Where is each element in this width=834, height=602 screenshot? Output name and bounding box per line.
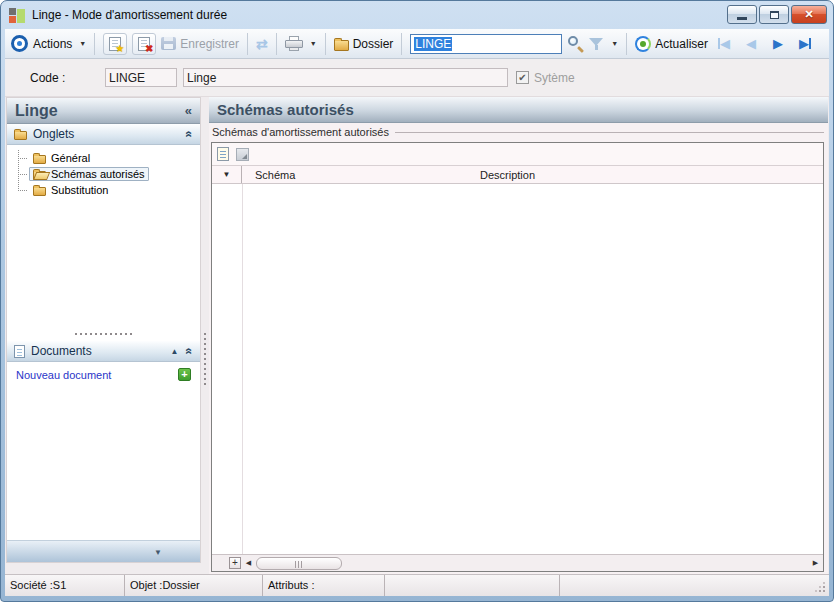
nav-first-icon: ◀ xyxy=(720,36,730,51)
row-marker-icon: ▼ xyxy=(223,170,231,179)
tree-item-substitution[interactable]: Substitution xyxy=(16,182,200,198)
section-onglets-header[interactable]: Onglets « xyxy=(7,124,200,145)
toolbar-separator xyxy=(325,33,326,55)
actions-label: Actions xyxy=(33,37,72,51)
schemas-table: ▼ Schéma Description + ◀ ▶ xyxy=(211,142,824,572)
new-item-button[interactable]: ★ xyxy=(103,33,127,55)
chevron-down-icon: ▼ xyxy=(79,40,86,47)
nav-first-button[interactable]: ◀ xyxy=(713,34,735,54)
status-empty-segment xyxy=(560,575,829,596)
screenshot-stage: Linge - Mode d'amortissement durée ✕ Act… xyxy=(0,0,834,602)
actualiser-icon xyxy=(635,36,651,52)
code-form-row: Code : LINGE Linge ✔ Sytème xyxy=(5,59,829,97)
delete-page-x-icon: ✖ xyxy=(138,37,150,51)
client-area: Actions ▼ ★ ✖ Enregistrer ⇄ xyxy=(5,29,829,596)
resize-grip[interactable] xyxy=(823,590,825,592)
sidebar-title: Linge xyxy=(15,102,58,120)
nav-next-button[interactable]: ▶ xyxy=(767,34,789,54)
systeme-label: Sytème xyxy=(534,71,575,85)
nav-last-icon: ▶ xyxy=(799,36,809,51)
table-body[interactable] xyxy=(212,184,823,554)
sidebar-splitter-handle[interactable] xyxy=(75,332,133,335)
nav-next-icon: ▶ xyxy=(773,36,783,51)
actions-menu-button[interactable]: Actions ▼ xyxy=(33,37,86,51)
delete-item-button[interactable]: ✖ xyxy=(132,33,156,55)
closed-folder-icon xyxy=(33,187,46,196)
new-document-row: Nouveau document + xyxy=(7,362,200,381)
systeme-checkbox[interactable]: ✔ xyxy=(516,71,529,84)
onglets-tree: Général Schémas autorisés xyxy=(7,150,200,198)
nav-previous-icon: ◀ xyxy=(746,36,756,51)
document-icon xyxy=(14,345,25,358)
scrollbar-thumb[interactable] xyxy=(256,557,342,570)
restore-icon xyxy=(770,11,779,19)
vertical-splitter[interactable] xyxy=(201,97,209,574)
search-input[interactable]: LINGE xyxy=(410,34,562,54)
filter-icon[interactable] xyxy=(589,38,603,50)
documents-collapse-arrow-icon[interactable]: ▲ xyxy=(170,347,178,356)
minimize-button[interactable] xyxy=(727,5,757,24)
main-panel: Schémas autorisés Schémas d'amortissemen… xyxy=(209,97,828,574)
table-header-row: ▼ Schéma Description xyxy=(212,165,823,184)
sidebar-title-bar: Linge « xyxy=(7,98,200,124)
table-toolbar xyxy=(212,143,823,165)
main-title: Schémas autorisés xyxy=(217,101,354,118)
new-document-link[interactable]: Nouveau document xyxy=(16,369,111,381)
scroll-right-icon[interactable]: ▶ xyxy=(808,559,823,567)
sidebar-collapse-icon[interactable]: « xyxy=(185,103,192,118)
closed-folder-icon xyxy=(33,155,46,164)
scroll-left-icon[interactable]: ◀ xyxy=(241,559,256,567)
horizontal-scrollbar: + ◀ ▶ xyxy=(212,554,823,571)
close-button[interactable]: ✕ xyxy=(791,5,827,24)
toolbar-separator xyxy=(401,33,402,55)
add-document-button[interactable]: + xyxy=(178,368,191,381)
print-dropdown-icon[interactable]: ▼ xyxy=(310,40,317,47)
nav-last-button[interactable]: ▶ xyxy=(794,34,816,54)
refresh-data-button[interactable]: Actualiser xyxy=(635,36,708,52)
toolbar-separator xyxy=(247,33,248,55)
dossier-button[interactable]: Dossier xyxy=(334,37,394,51)
search-icon[interactable] xyxy=(567,35,584,52)
content-area: Linge « Onglets « Général xyxy=(5,97,829,574)
restore-button[interactable] xyxy=(759,5,789,24)
toolbar-separator xyxy=(94,33,95,55)
onglets-folder-icon xyxy=(14,131,27,140)
tree-item-schemas-autorises[interactable]: Schémas autorisés xyxy=(16,166,200,182)
section-documents-header[interactable]: Documents ▲ « xyxy=(7,341,200,362)
column-header-schema[interactable]: Schéma xyxy=(242,169,468,181)
toolbar: Actions ▼ ★ ✖ Enregistrer ⇄ xyxy=(5,29,829,59)
column-header-description[interactable]: Description xyxy=(468,169,823,181)
nav-previous-button[interactable]: ◀ xyxy=(740,34,762,54)
table-new-row-icon[interactable] xyxy=(217,147,229,161)
tree-item-general[interactable]: Général xyxy=(16,150,200,166)
documents-collapse-icon[interactable]: « xyxy=(183,348,197,355)
minimize-icon xyxy=(737,17,747,20)
code-field-value: LINGE xyxy=(109,71,145,85)
sidebar-bottom-bar[interactable]: ▼ xyxy=(7,540,200,562)
documents-section: Documents ▲ « Nouveau document + xyxy=(7,341,200,381)
titlebar[interactable]: Linge - Mode d'amortissement durée ✕ xyxy=(1,1,833,28)
close-icon: ✕ xyxy=(804,8,813,21)
vertical-splitter-grip[interactable] xyxy=(204,333,207,385)
statusbar: Société :S1 Objet :Dossier Attributs : xyxy=(5,574,829,596)
name-field[interactable]: Linge xyxy=(183,68,508,87)
documents-label: Documents xyxy=(31,344,92,358)
sidebar: Linge « Onglets « Général xyxy=(6,97,201,563)
status-empty-segment xyxy=(385,575,560,596)
open-folder-icon xyxy=(33,171,46,180)
refresh-icon[interactable]: ⇄ xyxy=(256,36,268,52)
save-icon xyxy=(161,37,176,50)
onglets-collapse-icon[interactable]: « xyxy=(183,131,197,138)
print-button[interactable]: ▼ xyxy=(285,36,317,51)
save-button[interactable]: Enregistrer xyxy=(161,37,239,51)
add-row-button[interactable]: + xyxy=(229,557,241,569)
actions-target-icon[interactable] xyxy=(11,35,28,52)
main-title-bar: Schémas autorisés xyxy=(209,97,828,123)
status-attributs: Attributs : xyxy=(263,575,385,596)
table-edit-icon[interactable] xyxy=(236,148,249,161)
onglets-label: Onglets xyxy=(33,127,74,141)
row-selector-column[interactable]: ▼ xyxy=(212,166,242,183)
groupbox-line xyxy=(395,132,824,133)
filter-dropdown-icon[interactable]: ▼ xyxy=(611,40,618,47)
code-field[interactable]: LINGE xyxy=(105,68,177,87)
